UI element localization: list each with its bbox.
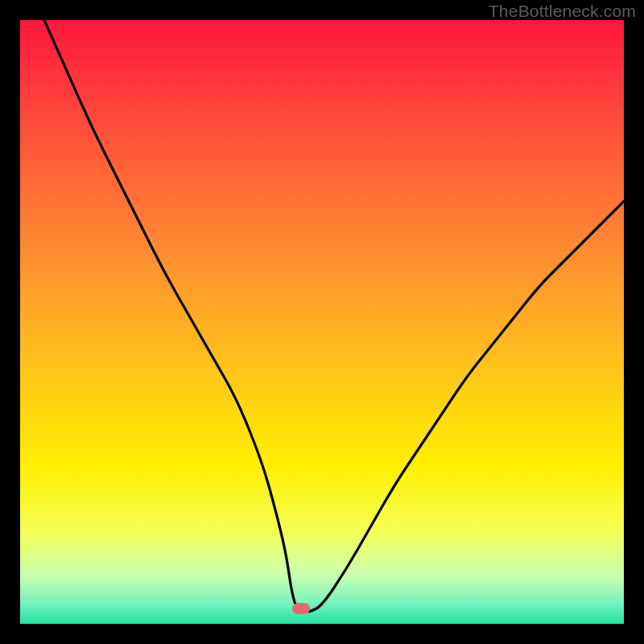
- chart-frame: TheBottleneck.com: [0, 0, 644, 644]
- attribution-text: TheBottleneck.com: [489, 2, 636, 21]
- optimal-marker: [292, 603, 310, 614]
- bottleneck-curve: [20, 20, 624, 624]
- plot-area: [20, 20, 624, 624]
